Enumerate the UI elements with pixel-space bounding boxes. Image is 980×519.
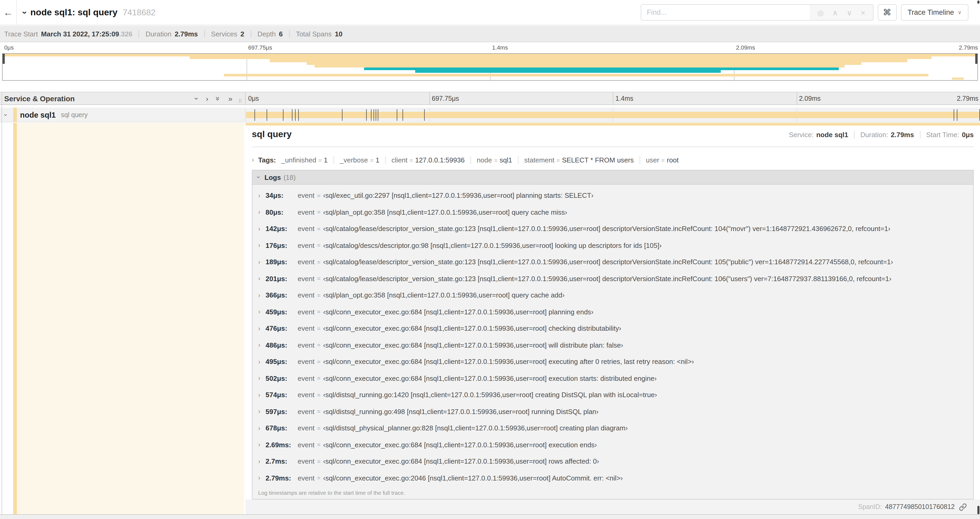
expand-one-icon[interactable]: › xyxy=(206,94,208,102)
span-log-marker[interactable] xyxy=(957,109,957,121)
span-log-marker[interactable] xyxy=(292,109,293,121)
span-log-marker[interactable] xyxy=(295,109,296,121)
span-bar[interactable] xyxy=(246,112,980,118)
meta-separator xyxy=(139,30,139,37)
minimap-canvas[interactable] xyxy=(2,53,978,81)
log-row[interactable]: ›476μs:event=‹sql/conn_executor_exec.go:… xyxy=(252,320,973,337)
tag-item: user=root xyxy=(646,156,679,164)
minimap-scrubber-right[interactable] xyxy=(975,54,977,64)
collapse-all-icon[interactable]: » xyxy=(214,96,223,101)
tag-separator xyxy=(385,156,386,164)
log-time: 459μs: xyxy=(266,308,298,316)
collapse-controls: › › » » xyxy=(196,92,232,104)
back-button[interactable]: ← xyxy=(0,0,17,25)
find-next-icon[interactable]: ∨ xyxy=(847,8,852,17)
trace-collapse-chevron-icon[interactable]: › xyxy=(19,11,30,14)
scrollbar-thumb-top[interactable] xyxy=(977,0,980,4)
log-time: 486μs: xyxy=(266,341,298,349)
scrollbar-thumb-bottom[interactable] xyxy=(977,506,980,514)
find-clear-icon[interactable]: × xyxy=(861,8,865,17)
span-log-marker[interactable] xyxy=(255,109,255,121)
tag-value: sql1 xyxy=(500,156,512,164)
log-row[interactable]: ›201μs:event=‹sql/catalog/lease/descript… xyxy=(252,270,973,287)
find-match-icon[interactable]: ◎ xyxy=(817,8,824,17)
column-resize-handle[interactable] xyxy=(239,99,241,103)
tag-separator xyxy=(518,156,519,164)
log-row[interactable]: ›142μs:event=‹sql/catalog/lease/descript… xyxy=(252,220,973,237)
bottom-strip xyxy=(0,514,980,519)
log-time: 142μs: xyxy=(266,225,298,233)
log-row[interactable]: ›574μs:event=‹sql/distsql_running.go:142… xyxy=(252,386,973,403)
span-log-marker[interactable] xyxy=(374,109,374,121)
meta-separator xyxy=(289,30,290,37)
tag-value: 1 xyxy=(324,156,328,164)
ruler-tick-label: 0μs xyxy=(248,95,259,102)
log-row[interactable]: ›2.7ms:event=‹sql/conn_executor_exec.go:… xyxy=(252,453,973,469)
log-time: 476μs: xyxy=(266,325,298,332)
span-log-marker[interactable] xyxy=(267,109,267,121)
span-log-marker[interactable] xyxy=(299,109,299,121)
span-collapse-chevron-icon[interactable]: › xyxy=(2,114,10,116)
log-field-value: ‹sql/exec_util.go:2297 [nsql1,client=127… xyxy=(323,192,593,200)
tag-key: node xyxy=(477,156,492,164)
log-field-key: event xyxy=(298,424,315,432)
span-log-marker[interactable] xyxy=(371,109,371,121)
span-row[interactable]: › node sql1 sql query xyxy=(0,108,980,122)
logs-header[interactable]: › Logs (18) xyxy=(252,170,973,185)
span-row-timeline[interactable] xyxy=(245,108,980,122)
log-row[interactable]: ›34μs:event=‹sql/exec_util.go:2297 [nsql… xyxy=(252,187,973,204)
expand-all-icon[interactable]: » xyxy=(228,94,232,102)
collapse-one-icon[interactable]: › xyxy=(192,97,201,99)
log-row[interactable]: ›2.69ms:event=‹sql/conn_executor_exec.go… xyxy=(252,436,973,453)
span-log-marker[interactable] xyxy=(283,109,283,121)
detail-meta-item: Service:node sql1 xyxy=(789,131,848,139)
equals-sign: = xyxy=(494,157,498,163)
tags-row[interactable]: ›Tags:_unfinished=1_verbose=1client=127.… xyxy=(252,152,974,168)
meta-label: Duration xyxy=(146,30,172,38)
trace-view-dropdown[interactable]: Trace Timeline ∨ xyxy=(901,4,969,21)
span-log-marker[interactable] xyxy=(376,109,377,121)
meta-item: Depth6 xyxy=(258,30,283,38)
span-log-marker[interactable] xyxy=(954,109,954,121)
log-field-key: event xyxy=(298,358,315,366)
ruler-tick-line xyxy=(429,92,430,104)
keyboard-shortcuts-button[interactable]: ⌘ xyxy=(878,4,896,21)
equals-sign: = xyxy=(317,309,321,315)
find-prev-icon[interactable]: ∧ xyxy=(832,8,838,17)
detail-meta-item: Start Time:0μs xyxy=(926,131,974,139)
find-input[interactable] xyxy=(641,5,810,20)
minimap-tick-label: 2.79ms xyxy=(959,44,978,51)
minimap-scrubber-left[interactable] xyxy=(3,54,5,64)
span-log-marker[interactable] xyxy=(397,109,397,121)
log-row[interactable]: ›502μs:event=‹sql/conn_executor_exec.go:… xyxy=(252,370,973,386)
log-row[interactable]: ›459μs:event=‹sql/conn_executor_exec.go:… xyxy=(252,303,973,320)
span-log-marker[interactable] xyxy=(366,109,367,121)
log-row[interactable]: ›678μs:event=‹sql/distsql_physical_plann… xyxy=(252,420,973,436)
span-log-marker[interactable] xyxy=(378,109,378,121)
equals-sign: = xyxy=(317,259,321,265)
log-row[interactable]: ›486μs:event=‹sql/conn_executor_exec.go:… xyxy=(252,337,973,353)
chevron-right-icon: › xyxy=(258,441,266,449)
equals-sign: = xyxy=(317,342,321,348)
log-row[interactable]: ›2.79ms:event=‹sql/conn_executor_exec.go… xyxy=(252,469,973,486)
span-log-marker[interactable] xyxy=(424,109,425,121)
span-log-marker[interactable] xyxy=(342,109,342,121)
trace-title: node sql1: sql query xyxy=(30,7,118,18)
log-row[interactable]: ›597μs:event=‹sql/distsql_running.go:498… xyxy=(252,403,973,420)
equals-sign: = xyxy=(370,157,374,163)
log-row[interactable]: ›80μs:event=‹sql/plan_opt.go:358 [nsql1,… xyxy=(252,204,973,220)
ruler-tick-label: 1.4ms xyxy=(616,95,633,102)
logs-title: Logs xyxy=(264,173,281,181)
minimap-span-bar xyxy=(952,77,964,79)
log-row[interactable]: ›366μs:event=‹sql/plan_opt.go:358 [nsql1… xyxy=(252,287,973,303)
log-row[interactable]: ›495μs:event=‹sql/conn_executor_exec.go:… xyxy=(252,353,973,370)
ruler-tick-label: 2.79ms xyxy=(957,95,978,102)
link-icon[interactable] xyxy=(959,503,967,511)
meta-value: 2.79ms xyxy=(175,30,198,38)
log-row[interactable]: ›176μs:event=‹sql/catalog/descs/descript… xyxy=(252,237,973,254)
equals-sign: = xyxy=(317,242,321,249)
span-row-name-cell[interactable]: › node sql1 sql query xyxy=(0,108,245,122)
log-row[interactable]: ›189μs:event=‹sql/catalog/lease/descript… xyxy=(252,254,973,270)
span-log-marker[interactable] xyxy=(403,109,403,121)
log-time: 176μs: xyxy=(266,241,298,249)
